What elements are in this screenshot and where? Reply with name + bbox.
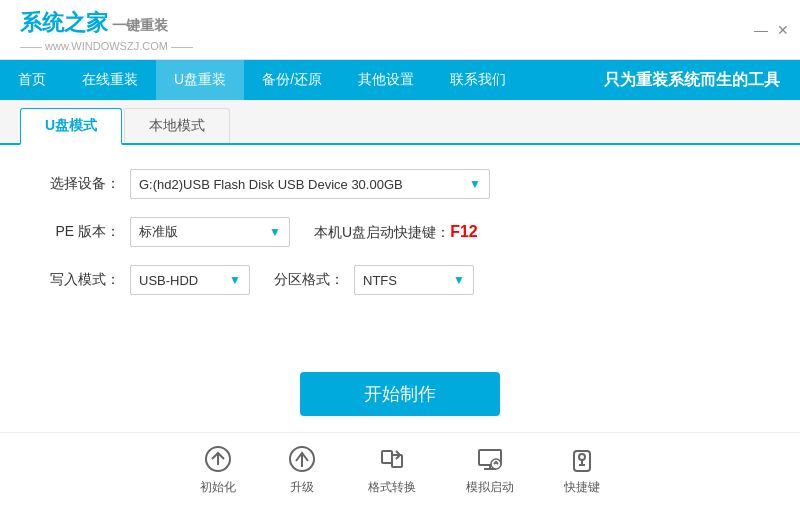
device-label: 选择设备： (40, 175, 120, 193)
shortcut-label: 快捷键 (564, 479, 600, 496)
partition-select[interactable]: NTFS ▼ (354, 265, 474, 295)
partition-arrow-icon: ▼ (443, 273, 465, 287)
write-arrow-icon: ▼ (219, 273, 241, 287)
title-bar: 系统之家一键重装 —— www.WINDOWSZJ.COM —— — ✕ (0, 0, 800, 60)
format-label: 格式转换 (368, 479, 416, 496)
bottom-icons: 初始化 升级 格式转换 (0, 432, 800, 510)
app-subtitle: —— www.WINDOWSZJ.COM —— (20, 40, 193, 52)
shortcut-info: 本机U盘启动快捷键：F12 (314, 223, 478, 242)
nav-home[interactable]: 首页 (0, 60, 64, 100)
upgrade-icon (286, 443, 318, 475)
svg-point-9 (491, 459, 501, 469)
format-icon (376, 443, 408, 475)
svg-point-11 (579, 454, 585, 460)
minimize-button[interactable]: — (754, 23, 768, 37)
bottom-simulate[interactable]: 模拟启动 (466, 443, 514, 496)
shortcut-key: F12 (450, 223, 478, 240)
device-arrow-icon: ▼ (459, 177, 481, 191)
pe-select[interactable]: 标准版 ▼ (130, 217, 290, 247)
pe-label: PE 版本： (40, 223, 120, 241)
write-mode-select[interactable]: USB-HDD ▼ (130, 265, 250, 295)
device-select[interactable]: G:(hd2)USB Flash Disk USB Device 30.00GB… (130, 169, 490, 199)
nav-slogan: 只为重装系统而生的工具 (604, 60, 800, 100)
main-content: U盘模式 本地模式 选择设备： G:(hd2)USB Flash Disk US… (0, 100, 800, 510)
write-mode-label: 写入模式： (40, 271, 120, 289)
nav-settings[interactable]: 其他设置 (340, 60, 432, 100)
simulate-label: 模拟启动 (466, 479, 514, 496)
device-value: G:(hd2)USB Flash Disk USB Device 30.00GB (139, 177, 403, 192)
init-label: 初始化 (200, 479, 236, 496)
shortcut-text: 本机U盘启动快捷键： (314, 224, 450, 240)
title-left: 系统之家一键重装 —— www.WINDOWSZJ.COM —— (20, 8, 193, 52)
bottom-init[interactable]: 初始化 (200, 443, 236, 496)
tabs: U盘模式 本地模式 (0, 100, 800, 145)
form-area: 选择设备： G:(hd2)USB Flash Disk USB Device 3… (0, 145, 800, 362)
start-btn-row: 开始制作 (0, 372, 800, 416)
nav-contact[interactable]: 联系我们 (432, 60, 524, 100)
tab-local-mode[interactable]: 本地模式 (124, 108, 230, 143)
nav-online[interactable]: 在线重装 (64, 60, 156, 100)
app-title: 系统之家一键重装 (20, 8, 193, 38)
shortcut-icon (566, 443, 598, 475)
app-suffix-text: 一键重装 (112, 17, 168, 33)
partition-label: 分区格式： (274, 271, 344, 289)
start-button[interactable]: 开始制作 (300, 372, 500, 416)
nav-bar: 首页 在线重装 U盘重装 备份/还原 其他设置 联系我们 只为重装系统而生的工具 (0, 60, 800, 100)
partition-value: NTFS (363, 273, 397, 288)
nav-backup[interactable]: 备份/还原 (244, 60, 340, 100)
pe-arrow-icon: ▼ (259, 225, 281, 239)
init-icon (202, 443, 234, 475)
nav-usb[interactable]: U盘重装 (156, 60, 244, 100)
upgrade-label: 升级 (290, 479, 314, 496)
pe-row: PE 版本： 标准版 ▼ 本机U盘启动快捷键：F12 (40, 217, 760, 247)
device-row: 选择设备： G:(hd2)USB Flash Disk USB Device 3… (40, 169, 760, 199)
title-controls: — ✕ (754, 23, 790, 37)
simulate-icon (474, 443, 506, 475)
tab-usb-mode[interactable]: U盘模式 (20, 108, 122, 145)
svg-rect-4 (382, 451, 392, 463)
write-mode-value: USB-HDD (139, 273, 198, 288)
write-mode-row: 写入模式： USB-HDD ▼ 分区格式： NTFS ▼ (40, 265, 760, 295)
pe-value: 标准版 (139, 223, 178, 241)
close-button[interactable]: ✕ (776, 23, 790, 37)
app-name-text: 系统之家 (20, 10, 108, 35)
bottom-upgrade[interactable]: 升级 (286, 443, 318, 496)
bottom-shortcut[interactable]: 快捷键 (564, 443, 600, 496)
bottom-format[interactable]: 格式转换 (368, 443, 416, 496)
